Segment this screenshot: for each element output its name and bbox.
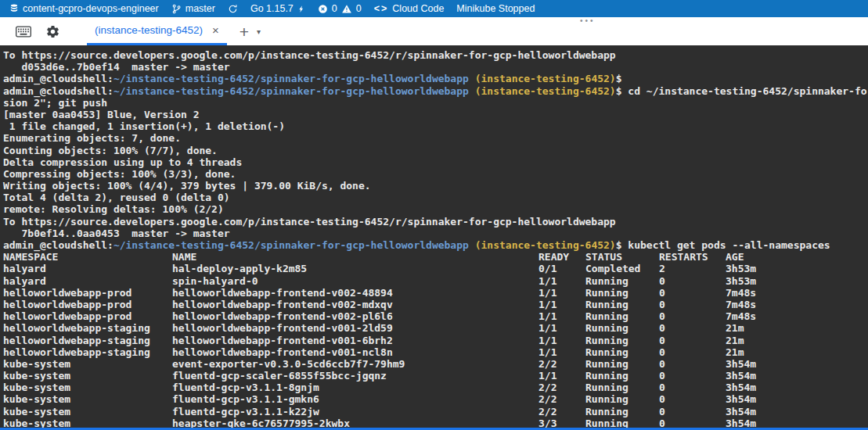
terminal-line: admin_@cloudshell:~/instance-testing-645… xyxy=(3,73,868,84)
status-problems[interactable]: 0 0 xyxy=(318,0,362,17)
status-cloud-code[interactable]: <> Cloud Code xyxy=(374,0,445,17)
status-branch-label: master xyxy=(185,3,215,14)
tab-dropdown-icon[interactable]: ▾ xyxy=(257,27,261,36)
status-project[interactable]: content-gcpro-devops-engineer xyxy=(9,0,159,17)
terminal-line: remote: Resolving deltas: 100% (2/2) xyxy=(3,203,868,215)
status-minikube[interactable]: Minikube Stopped xyxy=(456,0,535,17)
terminal-line: Delta compression using up to 4 threads xyxy=(3,156,868,168)
new-tab-button[interactable]: + xyxy=(240,23,249,40)
terminal-line: admin_@cloudshell:~/instance-testing-645… xyxy=(3,85,868,97)
terminal-line: To https://source.developers.google.com/… xyxy=(3,216,868,228)
terminal-line: Compressing objects: 100% (3/3), done. xyxy=(3,168,868,180)
terminal-line: [master 0aa0453] Blue, Version 2 xyxy=(3,109,868,120)
terminal-line: admin_@cloudshell:~/instance-testing-645… xyxy=(3,239,868,251)
pod-row: helloworldwebapp-staginghelloworldwebapp… xyxy=(3,322,868,334)
status-bar: content-gcpro-devops-engineer master Go … xyxy=(0,0,868,17)
terminal-line: sion 2"; git push xyxy=(3,97,868,109)
error-icon xyxy=(318,4,328,14)
pod-row: kube-systemevent-exporter-v0.3.0-5cd6ccb… xyxy=(3,358,868,370)
pod-row: helloworldwebapp-prodhelloworldwebapp-fr… xyxy=(3,299,868,310)
database-icon xyxy=(9,3,19,14)
status-sync[interactable] xyxy=(228,0,238,17)
cloud-code-label: Cloud Code xyxy=(392,3,444,14)
go-version-label: Go 1.15.7 xyxy=(250,3,294,14)
panel-overflow-handle[interactable]: ••• xyxy=(580,17,596,25)
terminal[interactable]: To https://source.developers.google.com/… xyxy=(0,45,868,428)
status-project-label: content-gcpro-devops-engineer xyxy=(23,3,159,14)
status-branch[interactable]: master xyxy=(171,0,215,17)
status-go-version[interactable]: Go 1.15.7 xyxy=(250,0,305,17)
terminal-line: Enumerating objects: 7, done. xyxy=(3,132,868,144)
keyboard-button[interactable] xyxy=(16,26,31,38)
warning-count: 0 xyxy=(356,3,362,14)
terminal-line: d053d6e..7b0ef14 master -> master xyxy=(3,61,868,73)
pod-row: helloworldwebapp-staginghelloworldwebapp… xyxy=(3,335,868,346)
pod-row: kube-systemfluentd-gcp-scaler-6855f55bcc… xyxy=(3,370,868,382)
pod-row: kube-systemheapster-gke-6c76577995-2kwbx… xyxy=(3,417,868,428)
minikube-label: Minikube Stopped xyxy=(456,3,535,14)
terminal-line: To https://source.developers.google.com/… xyxy=(3,49,868,61)
warning-icon xyxy=(341,4,352,14)
terminal-line: Total 4 (delta 2), reused 0 (delta 0) xyxy=(3,192,868,203)
sync-icon xyxy=(228,4,238,14)
terminal-line: 7b0ef14..0aa0453 master -> master xyxy=(3,228,868,239)
code-brackets-icon: <> xyxy=(374,3,389,14)
keyboard-icon xyxy=(16,26,31,38)
terminal-line: Counting objects: 100% (7/7), done. xyxy=(3,145,868,156)
terminal-settings-button[interactable] xyxy=(45,24,60,39)
pod-row: helloworldwebapp-prodhelloworldwebapp-fr… xyxy=(3,310,868,322)
pod-row: kube-systemfluentd-gcp-v3.1.1-k22jw2/2Ru… xyxy=(3,406,868,417)
terminal-scrollback: To https://source.developers.google.com/… xyxy=(3,49,868,428)
error-count: 0 xyxy=(332,3,337,14)
tab-close-icon[interactable]: × xyxy=(212,24,219,36)
gear-icon xyxy=(45,24,60,39)
pod-row: helloworldwebapp-prodhelloworldwebapp-fr… xyxy=(3,287,868,299)
pods-table-header: NAMESPACENAMEREADYSTATUSRESTARTSAGE xyxy=(3,251,868,263)
tab-instance-testing-6452[interactable]: (instance-testing-6452) × xyxy=(87,17,227,45)
tab-label: (instance-testing-6452) xyxy=(95,24,203,36)
pod-row: halyardhal-deploy-apply-k2m850/1Complete… xyxy=(3,263,868,274)
terminal-line: Writing objects: 100% (4/4), 379 bytes |… xyxy=(3,180,868,192)
git-branch-icon xyxy=(171,4,182,14)
pod-row: helloworldwebapp-staginghelloworldwebapp… xyxy=(3,346,868,358)
terminal-tab-strip: (instance-testing-6452) × + ▾ ••• xyxy=(0,17,868,45)
pod-row: kube-systemfluentd-gcp-v3.1.1-gmkn62/2Ru… xyxy=(3,393,868,405)
lightning-icon xyxy=(297,4,305,14)
terminal-line: 1 file changed, 1 insertion(+), 1 deleti… xyxy=(3,120,868,132)
pod-row: kube-systemfluentd-gcp-v3.1.1-8gnjm2/2Ru… xyxy=(3,382,868,393)
pod-row: halyardspin-halyard-01/1Running03h53m xyxy=(3,275,868,287)
